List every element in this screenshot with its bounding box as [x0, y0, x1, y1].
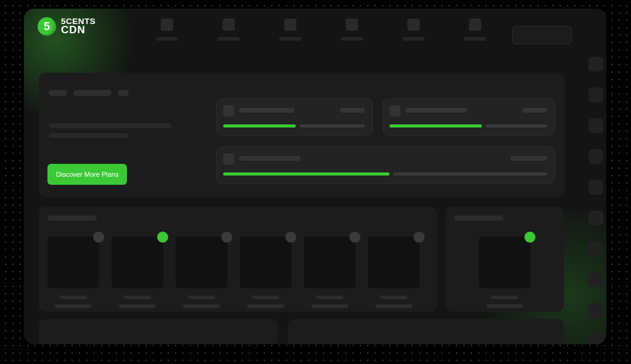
brand-text: 5CENTS CDN — [61, 18, 96, 36]
tile-thumb — [47, 237, 99, 288]
bottom-panel — [39, 319, 278, 344]
status-dot-icon — [349, 232, 360, 243]
rail-icon[interactable] — [588, 241, 603, 256]
progress-fill — [223, 172, 389, 176]
tile-thumb — [479, 237, 531, 288]
status-dot-icon — [93, 232, 104, 243]
rail-icon[interactable] — [588, 211, 603, 225]
rail-icon[interactable] — [588, 87, 603, 102]
progress-track — [299, 124, 365, 127]
progress-track — [393, 172, 547, 176]
brand-logo[interactable]: 5 5CENTS CDN — [38, 17, 96, 36]
rail-icon[interactable] — [588, 149, 603, 164]
search-input[interactable] — [512, 26, 572, 44]
tile-strip — [446, 207, 564, 312]
tile-label-placeholder — [375, 304, 412, 308]
nav-item[interactable] — [277, 18, 304, 41]
rail-icon[interactable] — [588, 180, 603, 195]
card-value-placeholder — [340, 108, 365, 113]
tile[interactable] — [368, 237, 420, 308]
hero-text-line — [49, 133, 129, 138]
nav-icon — [284, 18, 296, 31]
tile[interactable] — [47, 237, 99, 308]
tile-label-placeholder — [124, 296, 151, 299]
card-label-placeholder — [405, 108, 467, 113]
tile-label-placeholder — [60, 296, 87, 299]
tile-label-placeholder — [316, 296, 343, 299]
nav-icon — [407, 18, 420, 31]
tile-thumb — [368, 237, 420, 288]
nav-label-placeholder — [156, 37, 178, 41]
status-dot-icon — [524, 232, 535, 243]
status-dot-icon — [221, 232, 232, 243]
progress-fill — [223, 124, 296, 127]
tile-thumb — [304, 237, 356, 288]
rail-icon[interactable] — [588, 334, 603, 344]
tile-thumb — [112, 237, 163, 288]
tile-label-placeholder — [486, 304, 523, 308]
nav-label-placeholder — [279, 37, 301, 41]
tile-label-placeholder — [183, 304, 220, 308]
rail-icon[interactable] — [588, 57, 603, 71]
tile[interactable] — [304, 237, 356, 308]
tile-label-placeholder — [119, 304, 156, 308]
strip-title-placeholder — [47, 216, 97, 220]
nav-item[interactable] — [338, 18, 365, 41]
status-dot-icon — [157, 232, 168, 243]
card-icon — [389, 105, 401, 116]
brand-line-2: CDN — [61, 25, 96, 35]
rail-icon[interactable] — [588, 303, 603, 318]
tile-thumb — [240, 237, 291, 288]
tile[interactable] — [240, 237, 291, 308]
nav-label-placeholder — [218, 37, 240, 41]
nav-label-placeholder — [464, 37, 486, 41]
rail-icon[interactable] — [588, 272, 603, 287]
tile-label-placeholder — [247, 304, 284, 308]
brand-badge-icon: 5 — [38, 17, 56, 36]
tile-thumb — [176, 237, 227, 288]
nav-label-placeholder — [341, 37, 363, 41]
nav-icon — [346, 18, 358, 31]
nav-icon — [222, 18, 235, 31]
hero-panel: Discover More Plans — [39, 73, 564, 197]
nav-item[interactable] — [215, 18, 242, 41]
tile-label-placeholder — [311, 304, 348, 308]
usage-card[interactable] — [216, 147, 555, 184]
hero-text-line — [49, 123, 172, 128]
card-value-placeholder — [523, 108, 547, 113]
tile[interactable] — [176, 237, 227, 308]
hero-title-placeholder — [49, 90, 129, 96]
nav-item[interactable] — [153, 18, 181, 41]
right-rail — [585, 52, 606, 344]
tile-label-placeholder — [380, 296, 407, 299]
nav-icon — [161, 18, 173, 31]
usage-card[interactable] — [216, 99, 373, 135]
tile-label-placeholder — [188, 296, 215, 299]
strip-title-placeholder — [454, 216, 503, 220]
status-dot-icon — [285, 232, 296, 243]
app-window: 5 5CENTS CDN Discover More P — [24, 9, 606, 344]
card-label-placeholder — [239, 108, 295, 113]
nav-item[interactable] — [400, 18, 427, 41]
card-label-placeholder — [239, 156, 301, 161]
tile[interactable] — [479, 237, 531, 308]
card-icon — [223, 153, 234, 164]
progress-fill — [389, 124, 482, 127]
tile-label-placeholder — [55, 304, 92, 308]
top-nav: 5 5CENTS CDN — [24, 9, 606, 51]
tile-strip — [39, 207, 437, 312]
progress-track — [486, 124, 547, 127]
card-value-placeholder — [510, 156, 547, 161]
tile-label-placeholder — [252, 296, 279, 299]
status-dot-icon — [413, 232, 425, 243]
bottom-panel — [288, 319, 564, 344]
nav-label-placeholder — [402, 37, 425, 41]
nav-item[interactable] — [462, 18, 489, 41]
rail-icon[interactable] — [588, 118, 603, 133]
usage-card[interactable] — [383, 99, 555, 135]
tile-label-placeholder — [491, 296, 518, 299]
nav-icon — [469, 18, 481, 31]
card-icon — [223, 105, 234, 116]
discover-more-plans-button[interactable]: Discover More Plans — [47, 164, 127, 185]
tile[interactable] — [112, 237, 163, 308]
